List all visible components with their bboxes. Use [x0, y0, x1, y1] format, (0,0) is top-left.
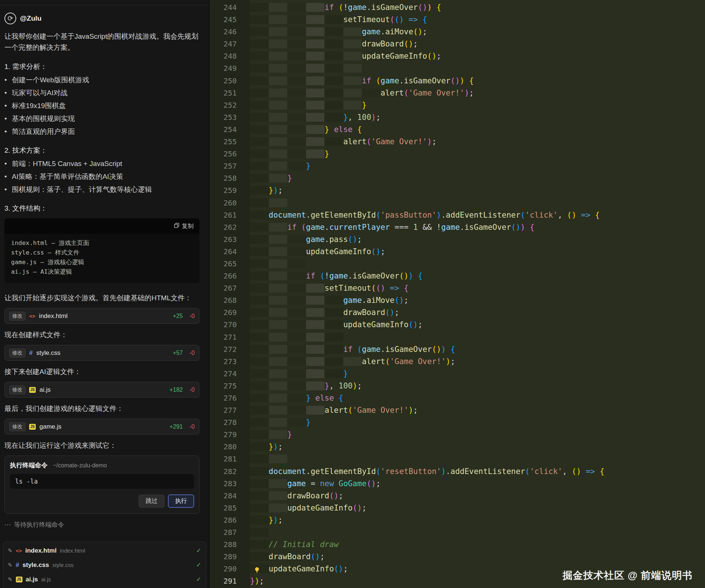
code-line	[250, 453, 705, 465]
line-number: 269	[209, 307, 237, 319]
zulu-logo-icon: ⟳	[4, 13, 16, 24]
file-change-card[interactable]: 修改JSai.js+182-0	[4, 382, 199, 398]
line-number: 265	[209, 258, 237, 270]
bullet-text: 创建一个Web版围棋游戏	[12, 75, 89, 85]
line-number: 252	[209, 99, 237, 111]
line-number: 284	[209, 490, 237, 502]
line-number: 256	[209, 148, 237, 160]
code-line: setTimeout(() => {	[250, 14, 705, 26]
assistant-header: ⟳ @Zulu	[4, 13, 199, 24]
code-line: game.pass();	[250, 234, 705, 246]
file-row[interactable]: ✎#style.cssstyle.css✓	[8, 558, 201, 572]
steps: 让我们开始逐步实现这个游戏。首先创建基础的HTML文件：修改<>index.ht…	[4, 292, 199, 451]
code-line: drawBoard();	[250, 307, 705, 319]
code-line: alert('Game Over!');	[250, 356, 705, 368]
code-line: game.aiMove();	[250, 26, 705, 38]
file-row-path: style.css	[52, 562, 74, 568]
code-line: });	[250, 514, 705, 526]
assistant-panel: ⟳ @Zulu 让我帮你创建一个基于JavaScript的围棋对战游戏。我会先规…	[0, 0, 209, 588]
line-number: 279	[209, 429, 237, 441]
line-number: 289	[209, 551, 237, 563]
bullet-item: •基本的围棋规则实现	[4, 113, 199, 124]
code-line: alert('Game Over!');	[250, 136, 705, 148]
code-line: }, 100);	[250, 111, 705, 124]
line-number: 247	[209, 38, 237, 50]
code-line: }	[250, 368, 705, 380]
line-number: 270	[209, 319, 237, 331]
file-name: ai.js	[39, 386, 51, 394]
file-structure-block: 复制 index.html — 游戏主页面 style.css — 样式文件 g…	[4, 218, 199, 283]
bullet-item: •标准19x19围棋盘	[4, 100, 199, 111]
quickfix-lightbulb-icon[interactable]	[254, 565, 261, 572]
line-number: 257	[209, 160, 237, 172]
bullet-text: 标准19x19围棋盘	[12, 100, 66, 111]
waiting-text: 等待执行终端命令	[14, 520, 64, 529]
line-number: 268	[209, 294, 237, 307]
html-file-icon: <>	[29, 313, 35, 319]
line-number: 272	[209, 343, 237, 356]
bullet-dot: •	[4, 158, 12, 169]
line-number: 266	[209, 270, 237, 282]
file-change-card[interactable]: 修改JSgame.js+291-0	[4, 419, 199, 435]
line-number: 259	[209, 184, 237, 197]
line-number: 253	[209, 111, 237, 124]
js-file-icon: JS	[16, 577, 22, 582]
code-line: }, 100);	[250, 380, 705, 392]
terminal-command-input[interactable]: ls -la	[10, 474, 194, 489]
code-line: alert('Game Over!');	[250, 87, 705, 99]
modify-badge: 修改	[9, 385, 25, 394]
line-number: 261	[209, 209, 237, 221]
copy-button[interactable]: 复制	[174, 222, 194, 230]
file-change-card[interactable]: 修改<>index.html+25-0	[4, 308, 199, 324]
line-number: 254	[209, 124, 237, 136]
terminal-path: ~/comate-zulu-demo	[53, 462, 107, 468]
code-line: drawBoard();	[250, 38, 705, 50]
bullet-text: 前端：HTML5 Canvas + JavaScript	[12, 158, 122, 169]
code-line	[250, 258, 705, 270]
section-heading: 2. 技术方案：	[4, 146, 199, 155]
html-file-icon: <>	[16, 548, 22, 554]
code-line: setTimeout(() => {	[250, 282, 705, 294]
code-line: if (!game.isGameOver()) {	[250, 1, 705, 14]
line-number: 263	[209, 234, 237, 246]
line-number: 262	[209, 221, 237, 234]
added-lines-count: +25	[173, 313, 183, 319]
bullet-dot: •	[4, 100, 12, 111]
code-line: game = new GoGame();	[250, 478, 705, 490]
assistant-intro: 让我帮你创建一个基于JavaScript的围棋对战游戏。我会先规划一个完整的解决…	[4, 31, 199, 53]
bullet-item: •前端：HTML5 Canvas + JavaScript	[4, 158, 199, 169]
section-heading: 1. 需求分析：	[4, 62, 199, 72]
bullet-dot: •	[4, 75, 12, 85]
code-line: }	[250, 172, 705, 184]
code-line: } else {	[250, 392, 705, 404]
code-line: updateGameInfo();	[250, 50, 705, 62]
modify-badge: 修改	[9, 349, 25, 357]
removed-lines-count: -0	[190, 313, 195, 319]
line-number: 260	[209, 197, 237, 209]
line-number: 282	[209, 466, 237, 478]
code-line: document.getElementById('resetButton').a…	[250, 466, 705, 478]
copy-label: 复制	[182, 222, 194, 230]
file-row[interactable]: ✎JSai.jsai.js✓	[8, 572, 201, 587]
file-structure-content: index.html — 游戏主页面 style.css — 样式文件 game…	[4, 234, 199, 283]
js-file-icon: JS	[29, 424, 36, 430]
bullet-item: •简洁直观的用户界面	[4, 126, 199, 137]
plan-sections: 1. 需求分析：•创建一个Web版围棋游戏•玩家可以与AI对战•标准19x19围…	[4, 62, 199, 213]
line-number: 244	[209, 1, 237, 14]
line-number: 291	[209, 575, 237, 587]
code-area[interactable]: if (!game.isGameOver()) { setTimeout(() …	[250, 0, 705, 588]
code-block-header: 复制	[4, 218, 199, 234]
skip-button[interactable]: 跳过	[139, 495, 164, 508]
line-number: 248	[209, 50, 237, 62]
code-line: if (game.currentPlayer === 1 && !game.is…	[250, 221, 705, 234]
file-row[interactable]: ✎<>index.htmlindex.html✓	[8, 543, 201, 558]
file-name: game.js	[39, 423, 62, 430]
code-line	[250, 197, 705, 209]
changed-files-list: ✎<>index.htmlindex.html✓✎#style.cssstyle…	[3, 542, 206, 588]
file-change-card[interactable]: 修改#style.css+57-0	[4, 345, 199, 361]
run-button[interactable]: 执行	[168, 495, 194, 508]
css-file-icon: #	[29, 349, 32, 357]
line-number: 277	[209, 404, 237, 416]
check-icon: ✓	[196, 561, 201, 569]
removed-lines-count: -0	[190, 350, 195, 356]
